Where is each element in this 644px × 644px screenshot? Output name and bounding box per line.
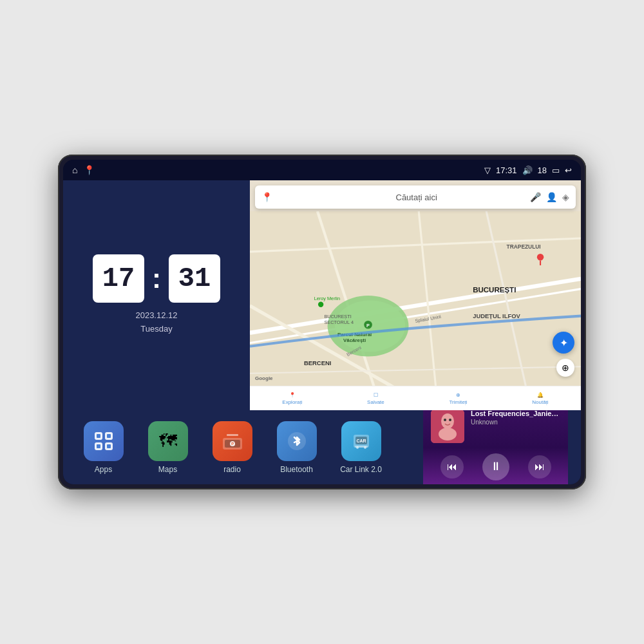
next-button[interactable]: ⏭ xyxy=(528,455,551,478)
explore-icon: 📍 xyxy=(289,392,296,398)
music-title: Lost Frequencies_Janieck Devy-... xyxy=(471,410,560,417)
album-art xyxy=(431,410,464,443)
app-icon-bluetooth[interactable]: Bluetooth xyxy=(269,421,324,474)
status-bar: ⌂ 📍 ▽ 17:31 🔊 18 ▭ ↩ xyxy=(63,160,581,180)
app-dock: Apps 🗺 Maps xyxy=(63,410,581,484)
signal-icon: ▽ xyxy=(484,166,491,175)
bluetooth-icon xyxy=(277,421,317,461)
svg-text:Văcărești: Văcărești xyxy=(343,337,366,343)
map-bottom-nav: 📍 Explorați ☐ Salvate ⊕ Trimiteți 🔔 Nout… xyxy=(250,386,581,410)
google-logo: Google xyxy=(255,375,273,381)
svg-point-21 xyxy=(318,302,323,307)
svg-text:BERCENI: BERCENI xyxy=(304,359,331,366)
volume-icon: 🔊 xyxy=(522,166,533,175)
saved-label: Salvate xyxy=(367,399,384,405)
map-nav-explore[interactable]: 📍 Explorați xyxy=(282,392,302,405)
music-panel: Lost Frequencies_Janieck Devy-... Unknow… xyxy=(423,403,568,485)
maps-label: Maps xyxy=(158,465,177,474)
mic-icon[interactable]: 🎤 xyxy=(530,192,541,202)
clock-status: 17:31 xyxy=(496,166,517,175)
bluetooth-label: Bluetooth xyxy=(280,465,313,474)
music-text-info: Lost Frequencies_Janieck Devy-... Unknow… xyxy=(471,410,560,426)
battery-icon: ▭ xyxy=(552,166,560,175)
svg-text:Leroy Merlin: Leroy Merlin xyxy=(314,296,340,301)
radio-icon: FM xyxy=(213,421,252,461)
location-button[interactable]: ✦ xyxy=(553,332,574,354)
svg-point-49 xyxy=(441,413,454,429)
news-icon: 🔔 xyxy=(537,392,544,398)
date-info: 2023.12.12 Tuesday xyxy=(135,309,177,336)
device: ⌂ 📍 ▽ 17:31 🔊 18 ▭ ↩ 17 : 31 xyxy=(58,155,586,489)
saved-icon: ☐ xyxy=(374,392,378,398)
maps-shortcut-icon[interactable]: 📍 xyxy=(84,165,95,175)
svg-rect-32 xyxy=(107,434,111,438)
map-panel[interactable]: 📍 Căutați aici 🎤 👤 ◈ xyxy=(250,180,581,410)
app-icon-carlink[interactable]: CAR Car Link 2.0 xyxy=(334,421,388,474)
map-view[interactable]: P Parcul Natural Văcărești BUCUREȘTI JUD… xyxy=(250,211,581,410)
prev-button[interactable]: ⏮ xyxy=(440,455,464,478)
svg-point-52 xyxy=(449,419,451,421)
apps-icon xyxy=(84,421,124,461)
svg-text:P: P xyxy=(366,323,370,328)
svg-rect-31 xyxy=(97,434,100,438)
map-search-icons: 🎤 👤 ◈ xyxy=(530,192,569,202)
main-content: 17 : 31 2023.12.12 Tuesday 📍 Căutați aic… xyxy=(63,180,581,410)
map-search-bar[interactable]: 📍 Căutați aici 🎤 👤 ◈ xyxy=(255,185,576,209)
explore-label: Explorați xyxy=(282,399,302,405)
send-label: Trimiteți xyxy=(449,399,467,405)
status-left: ⌂ 📍 xyxy=(72,165,95,175)
clock-hours: 17 xyxy=(93,254,144,303)
svg-text:TRAPEZULUI: TRAPEZULUI xyxy=(507,243,541,250)
svg-text:CAR: CAR xyxy=(356,439,366,443)
maps-icon: 🗺 xyxy=(148,421,188,461)
day-display: Tuesday xyxy=(135,323,177,336)
screen: ⌂ 📍 ▽ 17:31 🔊 18 ▭ ↩ 17 : 31 xyxy=(63,160,581,484)
compass-button[interactable]: ⊕ xyxy=(556,359,574,377)
music-info-row: Lost Frequencies_Janieck Devy-... Unknow… xyxy=(431,410,560,443)
svg-rect-46 xyxy=(355,446,368,448)
carlink-icon: CAR xyxy=(341,421,381,461)
svg-text:SECTORUL 4: SECTORUL 4 xyxy=(324,319,354,325)
news-label: Noutăți xyxy=(532,399,548,405)
svg-text:JUDEȚUL ILFOV: JUDEȚUL ILFOV xyxy=(473,312,520,319)
send-icon: ⊕ xyxy=(456,392,460,398)
map-nav-saved[interactable]: ☐ Salvate xyxy=(367,392,384,405)
map-search-text[interactable]: Căutați aici xyxy=(396,193,526,202)
apps-label: Apps xyxy=(95,465,112,474)
svg-text:FM: FM xyxy=(230,442,234,446)
map-nav-send[interactable]: ⊕ Trimiteți xyxy=(449,392,467,405)
app-icon-radio[interactable]: FM radio xyxy=(205,421,260,474)
battery-level: 18 xyxy=(538,166,547,175)
home-icon[interactable]: ⌂ xyxy=(72,165,77,175)
carlink-label: Car Link 2.0 xyxy=(340,465,382,474)
music-artist: Unknown xyxy=(471,419,560,426)
album-art-image xyxy=(431,410,464,443)
svg-rect-39 xyxy=(227,434,238,436)
clock-panel: 17 : 31 2023.12.12 Tuesday xyxy=(63,180,250,410)
svg-text:BUCUREȘTI: BUCUREȘTI xyxy=(324,314,351,319)
play-pause-button[interactable]: ⏸ xyxy=(482,453,509,480)
clock-minutes: 31 xyxy=(169,254,220,303)
svg-point-51 xyxy=(444,419,446,421)
avatar-icon[interactable]: 👤 xyxy=(546,192,557,202)
svg-text:BUCUREȘTI: BUCUREȘTI xyxy=(473,286,516,294)
app-icon-apps[interactable]: Apps xyxy=(76,421,131,474)
clock-widget: 17 : 31 xyxy=(93,254,220,303)
status-right: ▽ 17:31 🔊 18 ▭ ↩ xyxy=(484,166,572,175)
svg-rect-34 xyxy=(107,444,111,448)
svg-point-23 xyxy=(537,254,544,260)
clock-colon: : xyxy=(152,263,161,294)
layers-icon[interactable]: ◈ xyxy=(562,192,569,202)
app-icon-maps[interactable]: 🗺 Maps xyxy=(140,421,195,474)
svg-point-50 xyxy=(439,428,457,440)
dock-apps: Apps 🗺 Maps xyxy=(76,421,423,474)
svg-rect-33 xyxy=(97,444,100,448)
music-controls: ⏮ ⏸ ⏭ xyxy=(431,448,560,485)
back-button[interactable]: ↩ xyxy=(565,166,572,175)
radio-label: radio xyxy=(223,465,241,474)
date-display: 2023.12.12 xyxy=(135,309,177,323)
map-nav-news[interactable]: 🔔 Noutăți xyxy=(532,392,548,405)
